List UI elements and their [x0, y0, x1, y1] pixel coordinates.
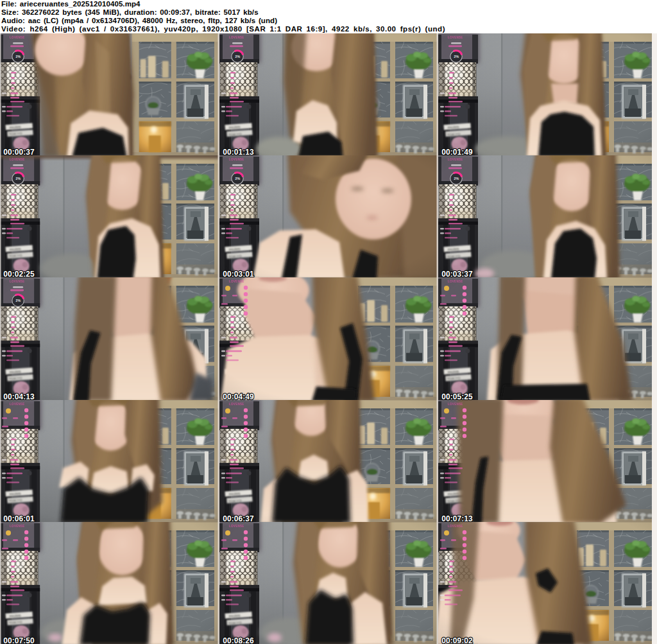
- svg-text:00:05:25: 00:05:25: [441, 392, 472, 400]
- svg-text:00:08:26: 00:08:26: [223, 636, 253, 644]
- svg-text:00:01:13: 00:01:13: [223, 147, 253, 155]
- svg-text:00:06:37: 00:06:37: [223, 514, 253, 522]
- svg-text:00:07:50: 00:07:50: [3, 636, 34, 644]
- svg-text:00:06:01: 00:06:01: [3, 514, 34, 522]
- svg-text:00:04:13: 00:04:13: [3, 392, 35, 400]
- svg-text:00:01:49: 00:01:49: [441, 147, 472, 155]
- svg-text:00:09:02: 00:09:02: [441, 636, 472, 644]
- svg-text:00:02:25: 00:02:25: [3, 269, 34, 277]
- svg-text:00:07:13: 00:07:13: [441, 514, 472, 522]
- svg-text:00:03:37: 00:03:37: [441, 269, 472, 277]
- svg-text:00:00:37: 00:00:37: [3, 147, 34, 155]
- svg-text:00:04:49: 00:04:49: [223, 392, 253, 400]
- svg-text:00:03:01: 00:03:01: [223, 269, 253, 277]
